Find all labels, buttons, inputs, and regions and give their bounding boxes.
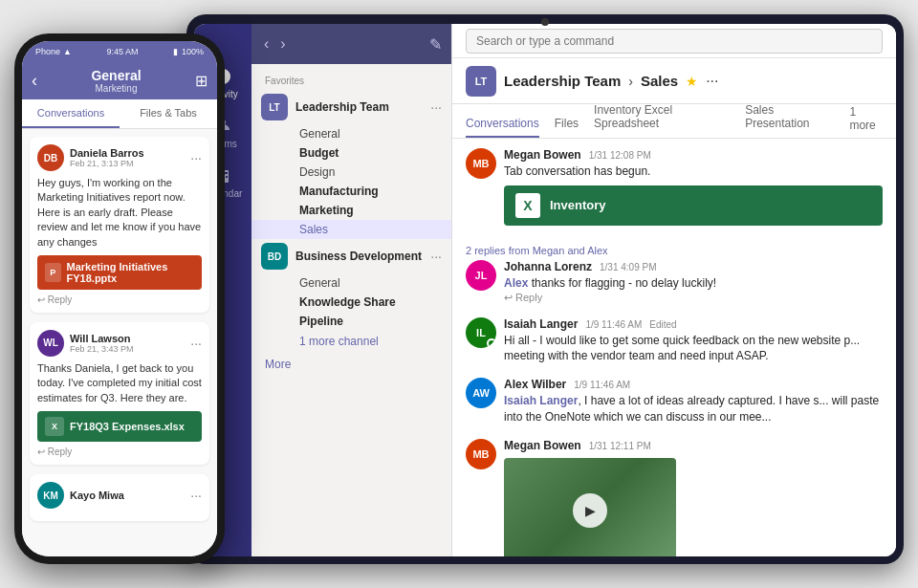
phone-team-name: Marketing xyxy=(91,83,141,94)
message-3: IL Isaiah Langer 1/9 11:46 AM Edited Hi … xyxy=(466,317,883,365)
msg-content-1: Megan Bowen 1/31 12:08 PM Tab conversati… xyxy=(504,148,883,231)
team-leadership[interactable]: LT Leadership Team ··· xyxy=(251,90,451,124)
more-button[interactable]: More xyxy=(251,352,451,377)
back-button[interactable]: ‹ xyxy=(32,71,37,91)
channel-knowledge[interactable]: Knowledge Share xyxy=(251,293,451,312)
more-channel-link[interactable]: 1 more channel xyxy=(251,331,451,352)
play-button[interactable]: ▶ xyxy=(573,493,607,528)
nav-forward-button[interactable]: › xyxy=(277,35,288,53)
chevron-right-icon: › xyxy=(628,74,633,89)
avatar-img-2: JL xyxy=(466,260,496,291)
phone-msg-more-3[interactable]: ··· xyxy=(190,488,202,503)
message-1: MB Megan Bowen 1/31 12:08 PM Tab convers… xyxy=(466,148,883,231)
carrier-text: Phone xyxy=(35,47,60,56)
tab-more[interactable]: 1 more xyxy=(849,105,883,138)
megan-avatar-2: MB xyxy=(466,439,496,469)
phone-msg-more-1[interactable]: ··· xyxy=(190,150,202,165)
phone-msg-name-2: Will Lawson xyxy=(70,333,185,344)
channel-budget[interactable]: Budget xyxy=(251,143,451,163)
msg-time-1: 1/31 12:08 PM xyxy=(589,150,651,161)
phone-msg-header-2: WL Will Lawson Feb 21, 3:43 PM ··· xyxy=(37,330,202,357)
channel-sales[interactable]: Sales xyxy=(251,220,451,239)
message-5: MB Megan Bowen 1/31 12:11 PM ▶ xyxy=(466,439,883,556)
tab-sales-presentation[interactable]: Sales Presentation xyxy=(745,103,834,138)
status-time: 9:45 AM xyxy=(106,47,138,56)
msg-content-3: Isaiah Langer 1/9 11:46 AM Edited Hi all… xyxy=(504,317,883,365)
channel-marketing[interactable]: Marketing xyxy=(251,201,451,220)
avatar-img: MB xyxy=(466,148,496,179)
isaiah-avatar: IL xyxy=(466,317,496,348)
phone-compose-icon[interactable]: ⊞ xyxy=(195,72,208,90)
ppt-filename: Marketing Initiatives FY18.pptx xyxy=(67,261,194,284)
phone-msg-meta-3: Kayo Miwa xyxy=(70,490,185,501)
phone-msg-text-1: Hey guys, I'm working on the Marketing I… xyxy=(37,176,202,250)
tab-files[interactable]: Files xyxy=(555,117,579,138)
channel-header: ‹ › ✎ xyxy=(251,24,451,64)
avatar-img-4: AW xyxy=(466,378,496,408)
header-more-button[interactable]: ··· xyxy=(706,73,718,90)
channel-manufacturing[interactable]: Manufacturing xyxy=(251,182,451,201)
msg-header-3: Isaiah Langer 1/9 11:46 AM Edited xyxy=(504,317,883,331)
msg-content-2: Johanna Lorenz 1/31 4:09 PM Alex thanks … xyxy=(504,260,883,304)
wifi-icon: ▲ xyxy=(63,47,72,56)
battery-text: 100% xyxy=(182,47,204,56)
channel-general-1[interactable]: General xyxy=(251,124,451,143)
mention-alex: Alex xyxy=(504,276,528,290)
phone-channel-title: General Marketing xyxy=(91,68,141,94)
excel-icon: X xyxy=(515,193,540,218)
xlsx-filename: FY18Q3 Expenses.xlsx xyxy=(70,421,185,432)
phone-reply-2[interactable]: ↩ Reply xyxy=(37,446,202,457)
leadership-more-button[interactable]: ··· xyxy=(430,99,442,115)
msg-time-5: 1/31 12:11 PM xyxy=(589,441,651,451)
search-input[interactable] xyxy=(466,29,883,54)
tabs-bar: Conversations Files Inventory Excel Spre… xyxy=(452,104,896,139)
phone-message-1: DB Daniela Barros Feb 21, 3:13 PM ··· He… xyxy=(30,137,209,313)
phone-reply-1[interactable]: ↩ Reply xyxy=(37,294,202,305)
favorite-star-icon[interactable]: ★ xyxy=(686,74,698,89)
daniela-avatar: DB xyxy=(37,144,64,171)
phone-message-2: WL Will Lawson Feb 21, 3:43 PM ··· Thank… xyxy=(30,322,209,465)
msg-header-5: Megan Bowen 1/31 12:11 PM xyxy=(504,439,883,452)
alex-avatar: AW xyxy=(466,378,496,408)
video-thumbnail[interactable]: ▶ xyxy=(504,458,676,556)
will-avatar: WL xyxy=(37,330,64,357)
phone-msg-time-2: Feb 21, 3:43 PM xyxy=(70,344,185,354)
phone-msg-name-3: Kayo Miwa xyxy=(70,490,185,501)
phone-statusbar: Phone ▲ 9:45 AM ▮ 100% xyxy=(22,41,217,62)
nav-back-button[interactable]: ‹ xyxy=(261,35,272,53)
phone-msg-more-2[interactable]: ··· xyxy=(190,336,202,351)
msg-time-4: 1/9 11:46 AM xyxy=(574,380,630,390)
johanna-avatar: JL xyxy=(466,260,496,291)
leadership-team-name: Leadership Team xyxy=(295,100,423,114)
team-bizdev[interactable]: BD Business Development ··· xyxy=(251,239,451,273)
tab-inventory[interactable]: Inventory Excel Spreadsheet xyxy=(594,103,730,138)
phone-attachment-xlsx[interactable]: X FY18Q3 Expenses.xlsx xyxy=(37,411,202,442)
msg-time-2: 1/31 4:09 PM xyxy=(600,262,656,272)
phone-tab-conversations[interactable]: Conversations xyxy=(22,99,120,128)
avatar-img-5: MB xyxy=(466,439,496,469)
team-header-avatar: LT xyxy=(466,66,496,97)
reply-button-2[interactable]: ↩ Reply xyxy=(504,292,883,304)
leadership-avatar: LT xyxy=(261,94,288,120)
msg-author-3: Isaiah Langer xyxy=(504,317,578,331)
team-header-channel-name[interactable]: Sales xyxy=(641,73,678,89)
mention-isaiah: Isaiah Langer xyxy=(504,394,578,407)
msg-text-2: Alex thanks for flagging - no delay luck… xyxy=(504,275,883,292)
phone-tab-files[interactable]: Files & Tabs xyxy=(120,99,217,128)
msg-author-5: Megan Bowen xyxy=(504,439,581,452)
team-header-team-name: Leadership Team xyxy=(504,73,621,89)
channel-general-2[interactable]: General xyxy=(251,273,451,293)
replies-count[interactable]: 2 replies from Megan and Alex xyxy=(466,245,883,256)
phone-attachment-ppt[interactable]: P Marketing Initiatives FY18.pptx xyxy=(37,255,202,290)
msg-text-1: Tab conversation has begun. xyxy=(504,163,883,180)
phone-msg-meta-1: Daniela Barros Feb 21, 3:13 PM xyxy=(70,147,185,168)
megan-bowen-avatar: MB xyxy=(466,148,496,179)
bizdev-more-button[interactable]: ··· xyxy=(430,249,442,264)
msg-author-4: Alex Wilber xyxy=(504,378,566,391)
tab-conversations[interactable]: Conversations xyxy=(466,117,539,138)
compose-button[interactable]: ✎ xyxy=(429,35,442,54)
channel-design[interactable]: Design xyxy=(251,163,451,182)
main-panel: LT Leadership Team › Sales ★ ··· Convers… xyxy=(452,24,896,556)
inventory-card[interactable]: X Inventory xyxy=(504,185,883,226)
channel-pipeline[interactable]: Pipeline xyxy=(251,312,451,331)
